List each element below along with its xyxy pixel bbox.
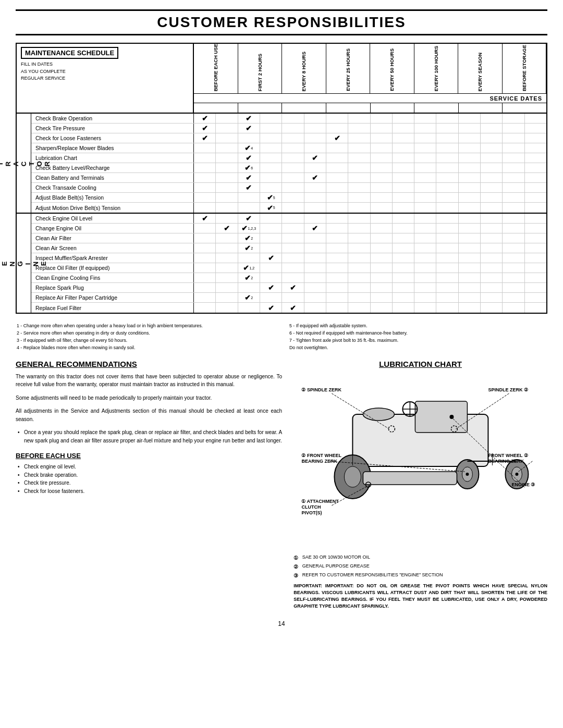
service-date-cell [459,243,481,253]
svc-col-4 [326,103,371,113]
svg-text:ENGINE ③: ENGINE ③ [512,482,535,487]
service-date-cell [459,303,481,313]
service-date-cell [459,203,481,213]
check-cell [326,163,348,172]
check-cell: ✔ [194,124,216,133]
service-date-cell [459,214,481,223]
check-cell [304,263,326,273]
checkmark: ✔ [244,164,251,172]
check-cell [348,143,370,153]
check-cell [348,193,370,202]
service-date-cell [525,224,546,233]
table-row: Check Engine Oil Level✔✔ [31,214,546,224]
check-cell [194,283,216,292]
checkmark: ✔ [202,134,208,142]
check-cell [348,153,370,163]
svg-text:BEARING ZERK: BEARING ZERK [488,459,524,464]
table-header-row: MAINTENANCE SCHEDULE FILL IN DATES AS YO… [17,44,546,114]
service-date-cell [436,173,458,182]
table-row: Clean Air Filter✔2 [31,233,546,243]
service-date-cell [503,183,524,192]
check-cell [282,133,304,143]
svc-col-2 [238,103,283,113]
service-date-cell [393,283,414,292]
check-cell [216,153,238,163]
general-rec-paragraphs: The warranty on this tractor does not co… [16,373,282,424]
service-date-cell [525,253,546,263]
check-cell [260,224,282,233]
service-date-cell [371,243,393,253]
check-cell [326,253,348,263]
check-cell [260,133,282,143]
check-cell [304,193,326,202]
footnotes: 1 - Change more often when operating und… [16,323,547,352]
check-cell [260,183,282,192]
check-cell [348,173,370,182]
service-date-cell [371,214,393,223]
service-date-cell [525,243,546,253]
table-row: Replace Oil Filter (If equipped)✔1,2 [31,263,546,273]
service-date-cell [371,124,393,133]
check-cell [326,114,348,123]
service-date-cell [436,293,458,302]
service-date-cell [393,243,414,253]
service-date-cell [436,224,458,233]
checkmark: ✔ [312,154,318,162]
row-label: Adjust Blade Belt(s) Tension [31,193,194,202]
svc-col-5 [371,103,415,113]
table-row: Replace Spark Plug✔✔ [31,283,546,293]
service-date-cell [525,133,546,143]
service-date-cell [503,224,524,233]
service-date-cell [503,303,524,313]
table-row: Check Tire Pressure✔✔ [31,124,546,133]
lub-legend-item: ③ REFER TO CUSTOMER RESPONSIBILITIES "EN… [293,572,547,579]
service-date-cell [503,193,524,202]
check-cell: ✔1,2 [238,263,260,273]
service-date-cell [414,224,436,233]
checkmark: ✔ [244,244,251,252]
service-date-cell [481,143,503,153]
service-date-cell [436,243,458,253]
service-date-cell [459,124,481,133]
service-date-cell [481,183,503,192]
svg-rect-1 [415,401,468,433]
check-cell [304,133,326,143]
check-cell [282,293,304,302]
svg-text:BEARING ZERK: BEARING ZERK [302,459,338,464]
table-row: Inspect Muffler/Spark Arrester✔ [31,253,546,263]
svg-point-21 [450,415,454,419]
checkmark: ✔ [267,204,273,212]
service-date-cell [371,114,393,123]
checkmark: ✔ [312,174,318,182]
row-label: Check Tire Pressure [31,124,194,133]
check-cell [216,163,238,172]
service-date-cell [371,173,393,182]
service-date-cell [481,303,503,313]
service-date-cell [503,114,524,123]
check-cell [194,143,216,153]
check-cell [216,173,238,182]
check-cell: ✔ [238,214,260,223]
service-date-cell [414,243,436,253]
checkmark: ✔ [244,274,251,282]
service-date-cell [436,273,458,282]
check-cell: ✔ [238,124,260,133]
service-date-cell [459,163,481,172]
service-date-cell [393,133,414,143]
check-cell [304,124,326,133]
general-recommendations-title: GENERAL RECOMMENDATIONS [16,360,282,368]
service-date-cell [393,193,414,202]
service-date-cell [414,193,436,202]
check-cell [238,133,260,143]
before-each-use-item: Check engine oil level. [18,463,282,471]
service-date-cell [481,273,503,282]
service-date-cell [436,183,458,192]
service-date-cell [481,243,503,253]
check-cell [348,293,370,302]
service-date-cell [459,263,481,273]
check-cells: ✔✔ [194,214,546,223]
check-cell: ✔2 [238,293,260,302]
check-cells: ✔ [194,183,546,192]
check-cells: ✔4 [194,143,546,153]
col-header-every-8-hours: EVERY 8 HOURS [282,44,326,93]
